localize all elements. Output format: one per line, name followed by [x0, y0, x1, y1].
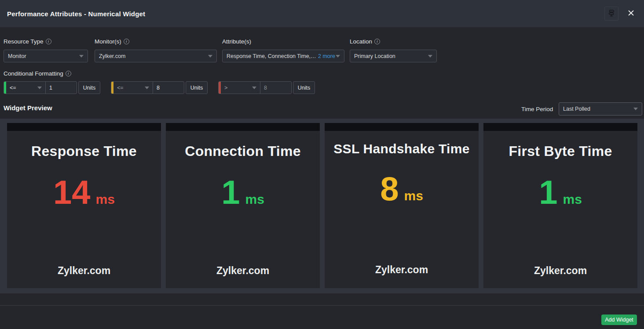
card-title: SSL Handshake Time	[325, 141, 479, 156]
card-title: Response Time	[7, 143, 161, 159]
card-value-number: 1	[539, 176, 557, 209]
card-value-unit: ms	[245, 192, 264, 207]
guide-signpost-button[interactable]	[604, 7, 618, 21]
attributes-more-link[interactable]: 2 more	[318, 53, 335, 59]
info-icon[interactable]: i	[124, 39, 129, 44]
preview-card-first-byte-time: First Byte Time 1 ms Zylker.com	[483, 123, 637, 288]
info-icon[interactable]: i	[374, 39, 380, 44]
chevron-down-icon	[79, 55, 84, 58]
condition-value-input[interactable]	[260, 82, 291, 94]
chevron-down-icon	[633, 108, 638, 110]
resource-type-select[interactable]: Monitor	[4, 50, 88, 62]
monitors-label-text: Monitor(s)	[95, 38, 121, 45]
widget-preview-title: Widget Preview	[4, 104, 52, 112]
attributes-label-text: Attribute(s)	[222, 38, 251, 45]
close-icon	[627, 9, 635, 18]
card-value: 1 ms	[166, 176, 320, 209]
condition-box: >	[218, 81, 292, 94]
condition-operator-value: <=	[117, 85, 124, 91]
card-value-unit: ms	[563, 192, 582, 207]
header-actions	[604, 7, 637, 21]
conditional-formatting-label-text: Conditional Formatting	[4, 70, 63, 77]
card-value: 8 ms	[325, 172, 479, 206]
card-value-unit: ms	[96, 192, 115, 207]
location-label: Location i	[350, 38, 380, 45]
preview-card-ssl-handshake-time: SSL Handshake Time 8 ms Zylker.com	[325, 123, 479, 288]
condition-box: <=	[111, 81, 184, 94]
conditional-formatting-label: Conditional Formatting i	[4, 70, 71, 77]
chevron-down-icon	[145, 87, 149, 89]
monitors-label: Monitor(s) i	[95, 38, 129, 45]
preview-card-connection-time: Connection Time 1 ms Zylker.com	[166, 123, 320, 288]
attributes-label: Attribute(s)	[222, 38, 251, 45]
condition-operator-select[interactable]: <=	[113, 82, 153, 94]
chevron-down-icon	[252, 87, 256, 89]
card-title: First Byte Time	[483, 143, 637, 159]
add-widget-button[interactable]: Add Widget	[601, 315, 637, 325]
chevron-down-icon	[208, 55, 212, 58]
card-monitor-name: Zylker.com	[483, 265, 637, 277]
location-value: Primary Location	[354, 53, 395, 59]
time-period-value: Last Polled	[563, 106, 590, 112]
card-value-number: 14	[53, 176, 91, 209]
card-topbar	[483, 123, 637, 131]
time-period-select[interactable]: Last Polled	[559, 102, 642, 116]
resource-type-label: Resource Type i	[4, 38, 51, 45]
attributes-value: Response Time, Connection Time, SSL ...	[227, 53, 317, 59]
monitors-select[interactable]: Zylker.com	[95, 50, 217, 62]
chevron-down-icon	[336, 55, 340, 58]
chevron-down-icon	[428, 55, 432, 58]
card-value: 1 ms	[483, 176, 637, 209]
condition-units-label: Units	[186, 81, 208, 94]
close-button[interactable]	[625, 7, 637, 20]
condition-operator-value: >	[224, 85, 227, 91]
card-monitor-name: Zylker.com	[7, 265, 161, 277]
attributes-select[interactable]: Response Time, Connection Time, SSL ... …	[222, 50, 344, 62]
info-icon[interactable]: i	[66, 71, 71, 76]
location-label-text: Location	[350, 38, 372, 45]
widget-preview-area: Response Time 14 ms Zylker.com Connectio…	[0, 119, 644, 293]
condition-operator-select[interactable]: <=	[6, 82, 46, 94]
condition-units-label: Units	[293, 81, 315, 94]
resource-type-label-text: Resource Type	[4, 38, 44, 45]
condition-group-green: <= Units	[4, 81, 100, 94]
footer-divider	[0, 305, 644, 306]
modal-header: Performance Attributes - Numerical Widge…	[0, 0, 644, 27]
info-icon[interactable]: i	[46, 39, 51, 44]
condition-box: <=	[4, 81, 77, 94]
resource-type-value: Monitor	[8, 53, 26, 59]
chevron-down-icon	[37, 87, 42, 89]
time-period-label: Time Period	[521, 106, 553, 112]
card-monitor-name: Zylker.com	[166, 265, 320, 277]
condition-operator-value: <=	[10, 85, 16, 91]
condition-value-input[interactable]	[153, 82, 184, 94]
card-title: Connection Time	[166, 143, 320, 159]
monitors-value: Zylker.com	[99, 53, 125, 59]
location-select[interactable]: Primary Location	[350, 50, 437, 62]
condition-group-red: > Units	[218, 81, 315, 94]
card-monitor-name: Zylker.com	[325, 264, 479, 276]
condition-group-yellow: <= Units	[111, 81, 208, 94]
card-value-number: 8	[380, 172, 399, 206]
preview-card-response-time: Response Time 14 ms Zylker.com	[7, 123, 161, 288]
condition-units-label: Units	[78, 81, 100, 94]
modal-title: Performance Attributes - Numerical Widge…	[7, 10, 145, 18]
card-topbar	[7, 123, 161, 131]
card-topbar	[166, 123, 320, 131]
card-value-number: 1	[221, 176, 240, 209]
card-value: 14 ms	[7, 176, 161, 209]
card-topbar	[325, 123, 479, 131]
condition-value-input[interactable]	[46, 82, 77, 94]
card-value-unit: ms	[404, 188, 423, 203]
signpost-icon	[607, 8, 616, 19]
condition-operator-select[interactable]: >	[221, 82, 260, 94]
